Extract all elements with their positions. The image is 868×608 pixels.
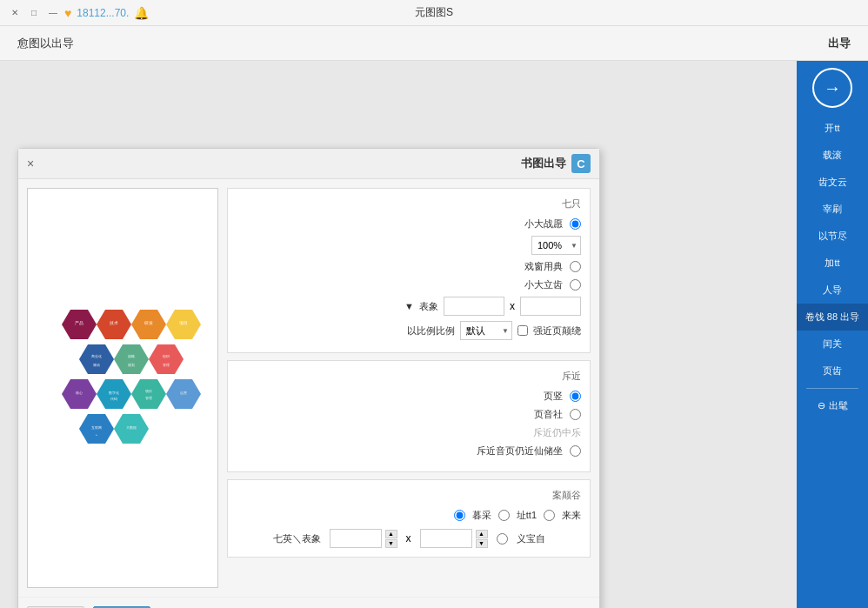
spin-y-down[interactable]: ▼ [476,539,488,548]
fix-ratio-label: 以比例比例 [407,324,455,337]
resolution-value-row: 100% [237,236,581,255]
color-gray-radio[interactable] [544,510,555,521]
scale-row: 七英＼表象 09 ▲ ▼ x 09 [237,529,581,548]
right-settings-panel: 七只 小大战愿 100% [227,188,591,588]
content-area: × 书图出导 C 产品 [0,61,797,608]
custom-label: 小大立齿 [524,278,563,291]
fix-ratio-select[interactable]: 默认 [460,321,512,340]
line-section: 斥近 页竖 页音社 斥近仍中乐 [227,360,591,472]
preview-panel: 产品 技术 研发 项目 商业化 驱动 [27,188,218,588]
minimize-button[interactable]: — [47,7,59,19]
resolution-label: 小大战愿 [524,217,563,231]
fit-page-checkbox[interactable] [517,325,528,336]
resolution-select[interactable]: 100% [531,236,581,255]
svg-text:研发: 研发 [144,320,153,325]
color-black-radio[interactable] [454,510,465,521]
sidebar-item-page[interactable]: 页齿 [797,357,868,384]
sidebar-item-export[interactable]: 卷饯 88 出导 [797,304,868,331]
scale-x-group: 09 ▲ ▼ [330,529,397,548]
sidebar-item-load[interactable]: 载滚 [797,142,868,169]
page-front-row: 页竖 [237,390,581,403]
hex-6 [114,344,149,374]
spin-y-up[interactable]: ▲ [476,530,488,538]
center-page-label: 斥近音页仍近仙储坐 [477,444,563,458]
sidebar-divider [806,388,858,389]
minus-icon: ⊖ [818,400,825,411]
scale-x-input[interactable]: 09 [330,529,382,548]
hex-10 [131,379,166,409]
color-section-title: 案颠谷 [237,489,581,502]
spin-down[interactable]: ▼ [385,539,397,548]
title-bar-title: 元图图S [415,5,453,20]
page-front-radio[interactable] [570,391,581,402]
line-section-title: 斥近 [237,370,581,383]
scale-x-label: x [406,532,411,545]
resolution-radio[interactable] [570,218,581,230]
custom-radio[interactable] [570,279,581,291]
svg-text:管理: 管理 [163,363,170,367]
sidebar-item-open[interactable]: 开tt [797,115,868,142]
window-controls[interactable]: ✕ □ — [9,7,59,19]
scale-y-group: 09 ▲ ▼ [420,529,488,548]
toolbar-left-label: 愈图以出导 [17,36,74,51]
notification-icon[interactable]: 🔔 [134,6,149,20]
close-button[interactable]: ✕ [9,7,21,19]
dpi-row: 戏窗用典 [237,260,581,273]
export-dialog: × 书图出导 C 产品 [17,148,600,608]
custom-size-radio[interactable] [497,533,508,545]
arrow-right-icon: → [824,78,841,98]
dialog-footer: 销殒 宝确 [18,597,599,608]
svg-text:管理: 管理 [145,396,152,400]
dialog-title: 书图出导 C [521,154,591,173]
custom-row: 小大立齿 [237,278,581,291]
maximize-button[interactable]: □ [28,7,40,19]
sidebar-item-settings[interactable]: 以节尽 [797,223,868,250]
custom-size-label: 义宝自 [517,532,545,545]
dialog-close-button[interactable]: × [27,157,34,170]
sidebar-item-refresh[interactable]: 宰刷 [797,196,868,223]
dpi-label: 戏窗用典 [524,260,563,273]
sidebar-arrow-button[interactable]: → [812,68,852,108]
dialog-overlay: × 书图出导 C 产品 [0,61,797,608]
svg-text:技术: 技术 [109,320,118,325]
svg-text:驱动: 驱动 [93,363,100,367]
dim-label: 表象 [419,300,438,313]
scale-y-input[interactable]: 09 [420,529,472,548]
dim-x: x [510,300,515,312]
page-back-radio[interactable] [570,409,581,420]
color-color-label: 址tt1 [517,509,537,522]
width-input[interactable]: 101.37 [444,297,504,316]
scale-x-spinner[interactable]: ▲ ▼ [385,530,397,548]
svg-text:数字化: 数字化 [109,391,119,395]
page-back-label: 页音社 [534,408,563,421]
svg-text:规划: 规划 [128,363,135,367]
svg-text:组织: 组织 [163,354,170,358]
height-input[interactable]: 22.5211 [520,297,581,316]
spin-up[interactable]: ▲ [385,530,397,538]
dimension-row: ▼ 表象 101.37 x 22.5211 [237,297,581,316]
center-page-radio[interactable] [570,445,581,457]
resolution-row: 小大战愿 [237,217,581,231]
svg-text:核心: 核心 [75,391,83,395]
toolbar-right-label: 出导 [828,36,851,51]
dialog-title-bar: × 书图出导 C [18,149,599,179]
dpi-radio[interactable] [570,261,581,272]
dialog-refresh-button[interactable]: C [571,154,591,173]
size-section: 七只 小大战愿 100% [227,188,591,353]
scale-y-spinner[interactable]: ▲ ▼ [476,530,488,548]
logo-icon: ♥ [64,6,71,20]
scale-unit-label: 七英＼表象 [273,532,321,545]
svg-text:商业化: 商业化 [91,354,102,358]
sidebar-item-close[interactable]: 闰关 [797,331,868,357]
center-label: 斥近仍中乐 [533,426,581,439]
sidebar-item-exit[interactable]: ⊖ 出髦 [797,392,868,419]
color-color-radio[interactable] [498,510,510,521]
svg-text:项目: 项目 [145,389,152,393]
sidebar-item-person[interactable]: 人导 [797,277,868,304]
svg-text:产品: 产品 [75,320,83,325]
svg-text:项目: 项目 [179,320,188,325]
toolbar: 愈图以出导 出导 [0,26,868,61]
sidebar-item-add[interactable]: 加tt [797,250,868,277]
sidebar-item-cloud[interactable]: 齿文云 [797,169,868,196]
resolution-select-wrapper: 100% [531,236,581,255]
